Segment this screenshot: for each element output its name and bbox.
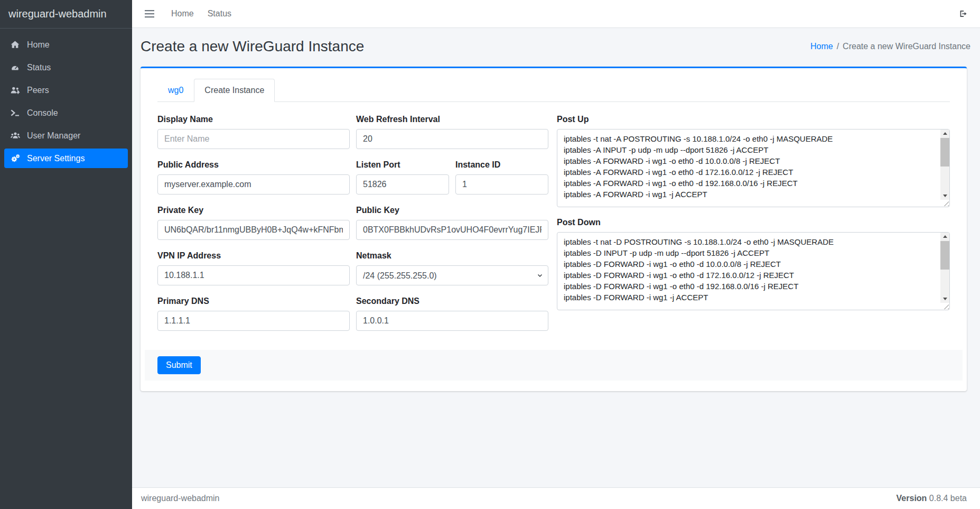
sidebar-item-label: User Manager [27, 131, 80, 141]
instance-card: wg0 Create Instance Display Name [141, 67, 967, 391]
scroll-down-icon[interactable] [940, 192, 949, 200]
sidebar-item-home[interactable]: Home [4, 35, 128, 54]
vpn-ip-label: VPN IP Address [157, 251, 350, 261]
logout-icon[interactable] [956, 7, 970, 21]
hamburger-icon[interactable] [142, 7, 157, 20]
sidebar-item-label: Peers [27, 86, 49, 95]
display-name-label: Display Name [157, 114, 350, 125]
breadcrumb-separator: / [837, 42, 839, 51]
breadcrumb-current: Create a new WireGuard Instance [843, 42, 970, 51]
sidebar-item-user-manager[interactable]: User Manager [4, 126, 128, 145]
main-area: Home Status Create a new WireGuard Insta… [132, 0, 980, 509]
tab-create-instance[interactable]: Create Instance [194, 79, 275, 102]
post-down-label: Post Down [557, 217, 950, 228]
users-gear-icon [8, 85, 22, 95]
card-inner: wg0 Create Instance Display Name [145, 79, 963, 331]
instance-tabs: wg0 Create Instance [157, 79, 950, 102]
form-right: Post Up iptables -t nat -A POSTROUTING -… [557, 114, 950, 331]
sidebar-item-label: Home [27, 40, 50, 50]
gauge-icon [8, 62, 22, 72]
scrollbar-thumb[interactable] [940, 241, 949, 270]
post-down-textarea[interactable]: iptables -t nat -D POSTROUTING -s 10.188… [557, 232, 950, 310]
public-key-label: Public Key [356, 205, 548, 216]
top-navbar: Home Status [132, 0, 980, 28]
brand-title[interactable]: wireguard-webadmin [0, 0, 132, 29]
page-footer: wireguard-webadmin Version 0.8.4 beta [132, 487, 980, 509]
instance-id-input[interactable] [455, 174, 548, 195]
breadcrumb: Home/Create a new WireGuard Instance [810, 42, 970, 51]
vpn-ip-input[interactable] [157, 265, 350, 285]
sidebar-item-label: Status [27, 63, 51, 72]
post-up-textarea[interactable]: iptables -t nat -A POSTROUTING -s 10.188… [557, 129, 950, 207]
sidebar-item-label: Console [27, 108, 58, 118]
content-header: Create a new WireGuard Instance Home/Cre… [132, 28, 980, 57]
netmask-label: Netmask [356, 251, 548, 261]
post-down-scrollbar[interactable] [940, 233, 949, 303]
tab-wg0[interactable]: wg0 [157, 79, 194, 101]
instance-id-label: Instance ID [455, 160, 548, 170]
submit-strip: Submit [145, 350, 963, 381]
page-title: Create a new WireGuard Instance [141, 36, 364, 57]
public-address-input[interactable] [157, 174, 350, 195]
footer-brand: wireguard-webadmin [141, 494, 220, 503]
public-key-input[interactable] [356, 220, 548, 240]
public-address-label: Public Address [157, 160, 350, 170]
sidebar-item-label: Server Settings [27, 154, 85, 163]
scroll-up-icon[interactable] [940, 129, 949, 137]
footer-version-label: Version [897, 494, 927, 503]
post-up-scrollbar[interactable] [940, 129, 949, 200]
secondary-dns-label: Secondary DNS [356, 296, 548, 307]
secondary-dns-input[interactable] [356, 311, 548, 331]
sidebar: wireguard-webadmin Home Status Peers [0, 0, 132, 509]
users-icon [8, 131, 22, 141]
scroll-down-icon[interactable] [940, 295, 949, 303]
content: Create a new WireGuard Instance Home/Cre… [132, 28, 980, 487]
terminal-icon [8, 108, 22, 118]
web-refresh-interval-input[interactable] [356, 129, 548, 149]
sidebar-item-status[interactable]: Status [4, 58, 128, 77]
private-key-label: Private Key [157, 205, 350, 216]
home-icon [8, 40, 22, 50]
scroll-up-icon[interactable] [940, 233, 949, 240]
listen-port-input[interactable] [356, 174, 449, 195]
submit-button[interactable]: Submit [157, 356, 201, 374]
sidebar-item-console[interactable]: Console [4, 103, 128, 123]
footer-version-value: 0.8.4 beta [929, 494, 967, 503]
listen-port-label: Listen Port [356, 160, 449, 170]
private-key-input[interactable] [157, 220, 350, 240]
instance-form: Display Name Web Refresh Interval [157, 114, 950, 331]
scrollbar-thumb[interactable] [940, 138, 949, 166]
post-up-label: Post Up [557, 114, 950, 125]
sidebar-item-server-settings[interactable]: Server Settings [4, 149, 128, 168]
gears-icon [8, 153, 22, 163]
breadcrumb-home-link[interactable]: Home [810, 42, 833, 51]
navbar-link-home[interactable]: Home [171, 9, 194, 18]
netmask-select[interactable]: /24 (255.255.255.0) [356, 265, 548, 285]
sidebar-item-peers[interactable]: Peers [4, 80, 128, 100]
navbar-link-status[interactable]: Status [208, 9, 231, 18]
footer-version: Version 0.8.4 beta [897, 494, 967, 503]
form-left: Display Name Web Refresh Interval [157, 114, 548, 331]
sidebar-nav: Home Status Peers Console [0, 29, 132, 178]
primary-dns-input[interactable] [157, 311, 350, 331]
primary-dns-label: Primary DNS [157, 296, 350, 307]
app-layout: wireguard-webadmin Home Status Peers [0, 0, 980, 509]
web-refresh-interval-label: Web Refresh Interval [356, 114, 548, 125]
display-name-input[interactable] [157, 129, 350, 149]
